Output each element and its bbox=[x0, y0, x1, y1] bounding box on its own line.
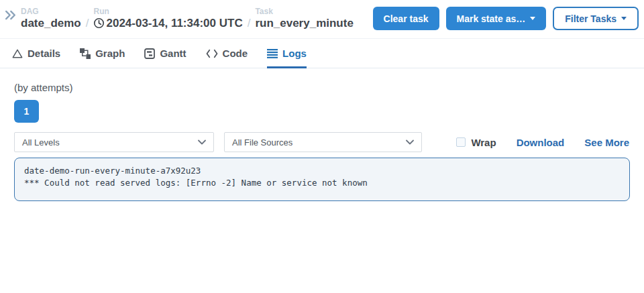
log-actions: Wrap Download See More bbox=[456, 137, 630, 148]
see-more-link[interactable]: See More bbox=[584, 137, 629, 148]
log-line: date-demo-run-every-minute-a7x92u23 bbox=[24, 165, 620, 177]
breadcrumb-separator: / bbox=[243, 16, 256, 31]
tab-label: Details bbox=[28, 48, 60, 59]
log-lines-icon bbox=[267, 49, 278, 58]
gantt-chart-icon bbox=[144, 48, 155, 59]
tab-details[interactable]: Details bbox=[12, 48, 60, 68]
tab-logs[interactable]: Logs bbox=[267, 48, 307, 68]
dag-label: DAG bbox=[21, 7, 81, 16]
warning-triangle-icon bbox=[12, 48, 23, 59]
mark-state-as-button[interactable]: Mark state as… bbox=[446, 7, 547, 30]
tab-label: Gantt bbox=[160, 48, 186, 59]
file-source-value: All File Sources bbox=[232, 137, 292, 148]
log-level-value: All Levels bbox=[22, 137, 60, 148]
tab-label: Logs bbox=[282, 48, 307, 59]
node-graph-icon bbox=[80, 48, 91, 59]
log-level-select[interactable]: All Levels bbox=[14, 132, 214, 152]
mark-state-as-label: Mark state as… bbox=[457, 13, 526, 24]
view-tabs: Details Graph Gantt bbox=[0, 39, 644, 68]
wrap-toggle[interactable]: Wrap bbox=[456, 137, 496, 148]
chevron-down-icon bbox=[198, 139, 206, 145]
dag-value[interactable]: date_demo bbox=[21, 16, 81, 31]
breadcrumb: DAG date_demo / Run 2024-03-14, 11:34:00… bbox=[4, 7, 354, 31]
attempt-1-button[interactable]: 1 bbox=[14, 100, 39, 123]
clear-task-button[interactable]: Clear task bbox=[373, 7, 439, 30]
tab-gantt[interactable]: Gantt bbox=[144, 48, 186, 68]
logs-panel: (by attempts) 1 All Levels All File Sour… bbox=[0, 82, 644, 201]
task-value[interactable]: run_every_minute bbox=[255, 16, 353, 31]
tab-code[interactable]: Code bbox=[206, 48, 248, 68]
code-brackets-icon bbox=[206, 49, 218, 58]
chevron-down-icon bbox=[406, 139, 414, 145]
task-label: Task bbox=[255, 7, 353, 16]
breadcrumb-dag: DAG date_demo bbox=[21, 7, 81, 31]
tab-graph[interactable]: Graph bbox=[80, 48, 125, 68]
breadcrumb-run: Run 2024-03-14, 11:34:00 UTC bbox=[93, 7, 242, 31]
task-instance-header: DAG date_demo / Run 2024-03-14, 11:34:00… bbox=[0, 0, 644, 39]
filter-tasks-button[interactable]: Filter Tasks bbox=[553, 7, 639, 30]
wrap-label: Wrap bbox=[471, 137, 496, 148]
filter-tasks-label: Filter Tasks bbox=[565, 13, 616, 24]
task-action-buttons: Clear task Mark state as… Filter Tasks bbox=[373, 7, 639, 30]
log-output-box: date-demo-run-every-minute-a7x92u23 *** … bbox=[14, 158, 630, 201]
run-timestamp: 2024-03-14, 11:34:00 UTC bbox=[106, 16, 242, 31]
run-label: Run bbox=[93, 7, 242, 16]
attempt-number: 1 bbox=[24, 106, 30, 117]
run-value[interactable]: 2024-03-14, 11:34:00 UTC bbox=[93, 16, 242, 31]
tab-label: Code bbox=[223, 48, 248, 59]
caret-down-icon bbox=[621, 17, 627, 20]
clock-icon bbox=[93, 17, 105, 29]
breadcrumb-task: Task run_every_minute bbox=[255, 7, 353, 31]
by-attempts-label: (by attempts) bbox=[14, 82, 630, 93]
file-source-select[interactable]: All File Sources bbox=[224, 132, 422, 152]
breadcrumb-separator: / bbox=[81, 16, 94, 31]
caret-down-icon bbox=[530, 17, 535, 20]
log-filter-row: All Levels All File Sources Wrap Downloa… bbox=[14, 132, 630, 152]
wrap-checkbox[interactable] bbox=[456, 137, 466, 147]
download-link[interactable]: Download bbox=[517, 137, 565, 148]
log-line: *** Could not read served logs: [Errno -… bbox=[24, 177, 620, 189]
tab-label: Graph bbox=[95, 48, 125, 59]
clear-task-label: Clear task bbox=[384, 13, 429, 24]
expand-sidebar-icon[interactable] bbox=[4, 9, 17, 21]
